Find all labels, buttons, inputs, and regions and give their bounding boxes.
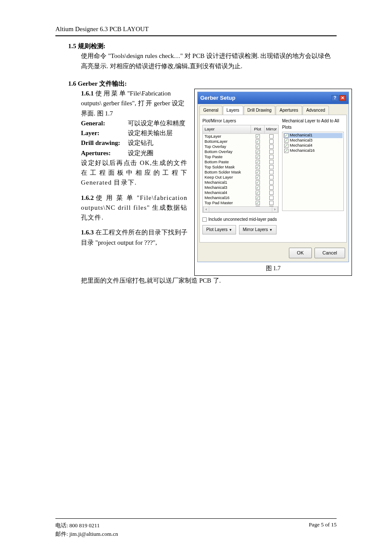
table-row[interactable]: Mechanical1 bbox=[203, 180, 278, 185]
mirror-checkbox[interactable] bbox=[269, 191, 274, 195]
plot-checkbox[interactable] bbox=[256, 206, 260, 206]
layer-name: Bottom Solder Mask bbox=[203, 170, 251, 175]
scroll-left-icon[interactable]: ‹ bbox=[203, 207, 209, 212]
mirror-checkbox[interactable] bbox=[269, 139, 274, 144]
plot-checkbox[interactable] bbox=[256, 201, 260, 205]
dialog-title-bar[interactable]: Gerber Setup ? ✕ bbox=[198, 92, 349, 104]
plot-checkbox[interactable] bbox=[256, 180, 260, 185]
close-icon[interactable]: ✕ bbox=[339, 95, 346, 101]
footer-email: 邮件: jim.ji@altium.com.cn bbox=[55, 530, 118, 538]
mech-checkbox[interactable] bbox=[284, 139, 288, 143]
plot-checkbox[interactable] bbox=[256, 165, 260, 169]
mirror-checkbox[interactable] bbox=[269, 170, 274, 174]
apertures-label: Apertures: bbox=[81, 148, 128, 158]
mech-layer-title: Mechanical Layer to Add to All Plots bbox=[282, 118, 344, 131]
mech-checkbox[interactable] bbox=[284, 144, 288, 148]
plot-checkbox[interactable] bbox=[256, 160, 260, 164]
apertures-text: 设定光圈 bbox=[128, 148, 187, 158]
figure-caption: 图 1.7 bbox=[197, 264, 349, 273]
section-1-5-title: 1.5 规则检测: bbox=[68, 41, 337, 51]
plot-checkbox[interactable] bbox=[256, 155, 260, 159]
tab-general[interactable]: General bbox=[199, 106, 222, 115]
table-row[interactable]: Mechanical4 bbox=[203, 190, 278, 195]
mirror-checkbox[interactable] bbox=[269, 175, 274, 179]
tab-drill-drawing[interactable]: Drill Drawing bbox=[244, 106, 276, 115]
table-row[interactable]: Bottom Paste bbox=[203, 159, 278, 165]
section-1-6-1-num: 1.6.1 bbox=[81, 90, 94, 97]
section-1-6-3-text-a: 在工程文件所在的目录下找到子目录 "project output for ???… bbox=[81, 229, 187, 246]
tab-apertures[interactable]: Apertures bbox=[276, 106, 302, 115]
plot-checkbox[interactable] bbox=[256, 185, 260, 190]
col-layer[interactable]: Layer bbox=[203, 125, 251, 133]
table-row[interactable]: Top Pad Master bbox=[203, 200, 278, 205]
layer-text: 设定相关输出层 bbox=[128, 128, 187, 138]
table-row[interactable]: Bottom Overlay bbox=[203, 149, 278, 154]
tab-advanced[interactable]: Advanced bbox=[303, 106, 329, 115]
checkbox-icon[interactable] bbox=[202, 217, 207, 222]
plot-checkbox[interactable] bbox=[256, 139, 260, 144]
section-1-5-body: 使用命令 "Tools\design rules check…" 对 PCB 设… bbox=[68, 51, 337, 71]
table-row[interactable]: Top Paste bbox=[203, 154, 278, 159]
layer-name: Bottom Overlay bbox=[203, 149, 251, 154]
table-row[interactable]: TopLayer bbox=[203, 134, 278, 139]
mirror-checkbox[interactable] bbox=[269, 201, 274, 205]
plot-layers-button[interactable]: Plot Layers▼ bbox=[202, 225, 236, 234]
mirror-checkbox[interactable] bbox=[269, 196, 274, 200]
mirror-layers-button[interactable]: Mirror Layers▼ bbox=[239, 225, 277, 234]
plot-checkbox[interactable] bbox=[256, 196, 260, 200]
layer-name: Bottom Paste bbox=[203, 159, 251, 165]
col-plot[interactable]: Plot bbox=[251, 125, 265, 133]
scroll-right-icon[interactable]: › bbox=[272, 207, 278, 212]
plot-mirror-title: Plot/Mirror Layers bbox=[202, 118, 279, 124]
table-row[interactable]: BottomLayer bbox=[203, 139, 278, 144]
gerber-setup-dialog: Gerber Setup ? ✕ General Layers Drill Dr… bbox=[197, 92, 349, 262]
table-row[interactable]: Mechanical16 bbox=[203, 195, 278, 200]
table-row[interactable]: Bottom Pad Master bbox=[203, 205, 278, 206]
plot-checkbox[interactable] bbox=[256, 191, 260, 195]
section-1-6-1: 1.6.1 使 用 菜 单 "File\Fabrication outputs\… bbox=[81, 89, 187, 119]
help-icon[interactable]: ? bbox=[331, 95, 338, 101]
mirror-checkbox[interactable] bbox=[269, 206, 274, 206]
h-scrollbar[interactable]: ‹ › bbox=[203, 206, 278, 212]
mech-checkbox[interactable] bbox=[284, 149, 288, 153]
section-1-6-2-num: 1.6.2 bbox=[81, 194, 94, 201]
chevron-down-icon: ▼ bbox=[229, 228, 232, 232]
mirror-checkbox[interactable] bbox=[269, 185, 274, 190]
table-row[interactable]: Bottom Solder Mask bbox=[203, 170, 278, 175]
include-unconnected-label: Include unconnected mid-layer pads bbox=[208, 216, 277, 223]
layer-table[interactable]: Layer Plot Mirror TopLayerBottomLayerTop… bbox=[202, 125, 279, 213]
table-row[interactable]: Mechanical3 bbox=[203, 185, 278, 190]
plot-checkbox[interactable] bbox=[256, 145, 260, 149]
layer-name: Keep Out Layer bbox=[203, 175, 251, 180]
layer-name: TopLayer bbox=[203, 134, 251, 139]
mirror-checkbox[interactable] bbox=[269, 145, 274, 149]
table-row[interactable]: Keep Out Layer bbox=[203, 175, 278, 180]
layer-name: Top Solder Mask bbox=[203, 165, 251, 170]
plot-checkbox[interactable] bbox=[256, 170, 260, 174]
plot-checkbox[interactable] bbox=[256, 150, 260, 154]
table-row[interactable]: Top Solder Mask bbox=[203, 165, 278, 170]
mirror-checkbox[interactable] bbox=[269, 155, 274, 159]
list-item[interactable]: Mechanical16 bbox=[283, 148, 343, 153]
plot-checkbox[interactable] bbox=[256, 134, 260, 139]
mirror-checkbox[interactable] bbox=[269, 134, 274, 139]
table-row[interactable]: Top Overlay bbox=[203, 144, 278, 149]
mech-name: Mechanical16 bbox=[290, 147, 315, 154]
tab-layers[interactable]: Layers bbox=[223, 106, 243, 115]
section-1-6-3-num: 1.6.3 bbox=[81, 229, 94, 236]
mirror-checkbox[interactable] bbox=[269, 150, 274, 154]
plot-checkbox[interactable] bbox=[256, 175, 260, 179]
section-1-6-1-text: 使 用 菜 单 "File\Fabrication outputs\ gerbe… bbox=[81, 90, 184, 117]
mirror-checkbox[interactable] bbox=[269, 180, 274, 185]
mirror-checkbox[interactable] bbox=[269, 165, 274, 169]
ok-button[interactable]: OK bbox=[289, 248, 312, 258]
include-unconnected-checkbox[interactable]: Include unconnected mid-layer pads bbox=[202, 216, 279, 223]
footer-rule bbox=[55, 518, 337, 519]
cancel-button[interactable]: Cancel bbox=[314, 248, 345, 258]
mech-checkbox[interactable] bbox=[284, 133, 288, 138]
col-mirror[interactable]: Mirror bbox=[265, 125, 278, 133]
mech-layer-list[interactable]: Mechanical1Mechanical3Mechanical4Mechani… bbox=[282, 132, 344, 211]
mirror-checkbox[interactable] bbox=[269, 160, 274, 164]
layer-label: Layer: bbox=[81, 128, 128, 138]
section-1-6-2-text: 使 用 菜 单 "File\fabrication outputs\NC dri… bbox=[81, 194, 187, 221]
